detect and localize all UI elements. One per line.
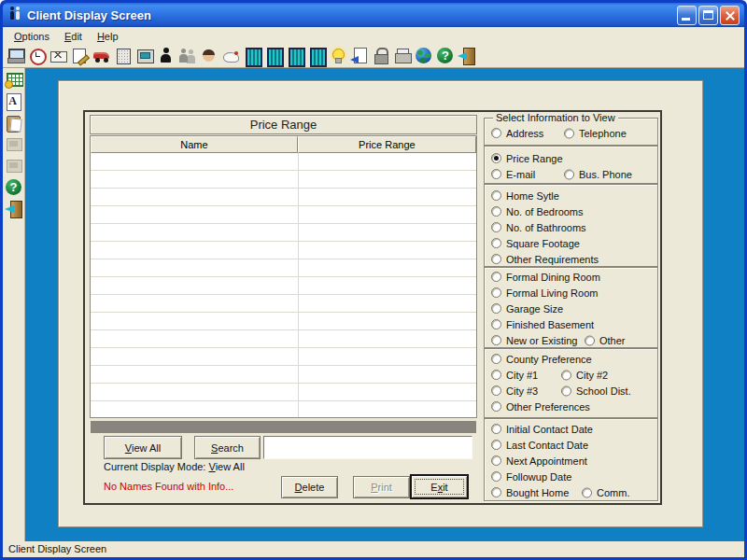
radio-bus-phone[interactable]: Bus. Phone <box>564 166 632 182</box>
radio-city-2[interactable]: City #2 <box>561 367 608 383</box>
printer-icon[interactable] <box>393 47 412 65</box>
pad-icon[interactable] <box>114 47 133 65</box>
radio-new-or-existing[interactable]: New or Existing <box>491 332 577 348</box>
radio-bought-home[interactable]: Bought Home <box>491 484 569 500</box>
radio-label: Finished Basement <box>506 319 594 330</box>
listing-door-icon[interactable] <box>307 47 326 65</box>
note-icon[interactable] <box>71 47 90 65</box>
page-icon[interactable] <box>350 47 369 65</box>
exit-button[interactable]: Exit <box>410 474 469 499</box>
radio-row: Bought HomeComm. <box>485 484 657 500</box>
radio-label: Last Contact Date <box>506 440 588 451</box>
help-icon[interactable] <box>436 47 455 65</box>
radio-row: Price Range <box>485 150 657 166</box>
radio-row: AddressTelephone <box>485 125 657 141</box>
radio-no-of-bathrooms[interactable]: No. of Bathrooms <box>491 219 586 235</box>
register-icon[interactable] <box>135 47 154 65</box>
radio-circle-icon <box>491 254 501 264</box>
radio-row: Other Preferences <box>485 399 657 414</box>
mail-icon[interactable] <box>49 47 68 65</box>
radio-label: No. of Bathrooms <box>506 222 586 233</box>
radio-garage-size[interactable]: Garage Size <box>491 301 563 316</box>
radio-row: Formal Living Room <box>485 285 657 301</box>
radio-circle-icon <box>491 190 501 201</box>
radio-other[interactable]: Other <box>585 332 626 348</box>
radio-formal-living-room[interactable]: Formal Living Room <box>491 285 598 301</box>
dove-icon[interactable] <box>221 47 240 65</box>
exit-icon[interactable] <box>5 200 23 218</box>
globe-icon[interactable] <box>415 47 433 65</box>
radio-row: Formal Dining Room <box>485 269 657 285</box>
bulb-icon[interactable] <box>329 47 347 65</box>
window-title: Client Display Screen <box>27 8 672 22</box>
radio-finished-basement[interactable]: Finished Basement <box>491 316 594 332</box>
column-header-price-range[interactable]: Price Range <box>298 136 476 153</box>
radio-formal-dining-room[interactable]: Formal Dining Room <box>491 269 600 285</box>
menu-help-rest: elp <box>105 31 119 42</box>
maximize-button[interactable] <box>698 6 718 25</box>
radio-label: School Dist. <box>576 385 631 397</box>
delete-button[interactable]: Delete <box>281 476 338 498</box>
info-group-3: Formal Dining RoomFormal Living RoomGara… <box>484 267 658 348</box>
listing-door-icon[interactable] <box>243 47 261 65</box>
minimize-button[interactable] <box>677 6 697 25</box>
radio-city-1[interactable]: City #1 <box>491 367 538 383</box>
radio-address[interactable]: Address <box>491 125 543 141</box>
search-input[interactable] <box>263 436 472 459</box>
clock-icon[interactable] <box>28 47 47 65</box>
radio-circle-icon <box>561 385 571 396</box>
menu-options-rest: ptions <box>22 31 49 42</box>
radio-row: City #1City #2 <box>485 367 657 383</box>
menu-options[interactable]: Options <box>7 29 57 44</box>
radio-circle-icon <box>491 354 501 364</box>
radio-row: No. of Bedrooms <box>485 203 657 219</box>
radio-home-sytle[interactable]: Home Sytle <box>491 188 559 203</box>
person-icon[interactable] <box>157 47 176 65</box>
radio-no-of-bedrooms[interactable]: No. of Bedrooms <box>491 203 584 219</box>
radio-followup-date[interactable]: Followup Date <box>491 469 571 484</box>
radio-label: Bought Home <box>506 487 569 498</box>
face-icon[interactable] <box>200 47 218 65</box>
radio-e-mail[interactable]: E-mail <box>491 166 535 182</box>
print-button: Print <box>353 476 410 498</box>
font-icon[interactable] <box>5 92 23 111</box>
view-all-key: V <box>125 442 132 454</box>
close-button[interactable] <box>720 6 740 25</box>
horizontal-scrollbar[interactable] <box>91 421 476 433</box>
clipboard-icon[interactable] <box>5 114 23 133</box>
listing-door-icon[interactable] <box>264 47 283 65</box>
radio-label: Formal Dining Room <box>506 272 600 283</box>
window-controls <box>677 6 740 25</box>
table-body[interactable] <box>91 153 476 417</box>
radio-label: City #3 <box>506 385 538 397</box>
radio-circle-icon <box>491 424 501 434</box>
radio-comm[interactable]: Comm. <box>582 484 629 500</box>
radio-row: Last Contact Date <box>485 437 657 453</box>
radio-city-3[interactable]: City #3 <box>491 383 538 399</box>
menu-help[interactable]: Help <box>90 29 126 44</box>
view-all-button[interactable]: View All <box>104 436 182 459</box>
radio-initial-contact-date[interactable]: Initial Contact Date <box>491 421 593 437</box>
grid-icon[interactable] <box>5 71 23 90</box>
radio-telephone[interactable]: Telephone <box>564 125 627 141</box>
radio-next-appointment[interactable]: Next Appointment <box>491 453 587 469</box>
radio-other-preferences[interactable]: Other Preferences <box>491 399 590 414</box>
menu-edit[interactable]: Edit <box>57 29 90 44</box>
exit-icon[interactable] <box>458 47 476 65</box>
computer-icon[interactable] <box>7 47 25 65</box>
radio-other-requirements[interactable]: Other Requirements <box>491 251 599 267</box>
column-header-name[interactable]: Name <box>91 136 298 153</box>
lock-icon[interactable] <box>372 47 390 65</box>
radio-county-preference[interactable]: County Preference <box>491 351 592 367</box>
radio-last-contact-date[interactable]: Last Contact Date <box>491 437 588 453</box>
radio-square-footage[interactable]: Square Footage <box>491 235 580 251</box>
help-icon[interactable] <box>5 178 23 197</box>
radio-price-range[interactable]: Price Range <box>491 150 563 166</box>
search-button[interactable]: Search <box>194 436 261 459</box>
car-icon[interactable] <box>92 47 111 65</box>
radio-label: Bus. Phone <box>579 169 632 180</box>
listing-door-icon[interactable] <box>286 47 304 65</box>
client-table: Name Price Range <box>90 135 477 418</box>
radio-school-dist[interactable]: School Dist. <box>561 383 631 399</box>
title-bar[interactable]: Client Display Screen <box>3 3 744 27</box>
